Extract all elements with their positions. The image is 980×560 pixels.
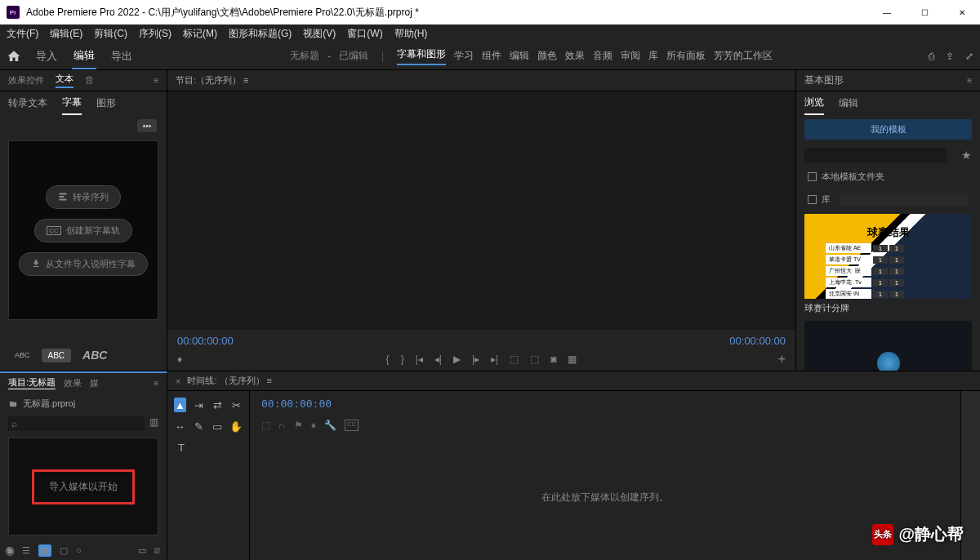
- library-select[interactable]: [840, 193, 969, 206]
- cc-badge-icon[interactable]: CC: [345, 420, 359, 431]
- menu-edit[interactable]: 编辑(E): [50, 27, 82, 41]
- menu-view[interactable]: 视图(V): [303, 27, 336, 41]
- template-item[interactable]: 山东省能 AE11 草港卡盟 TV11 广州恒大 联11 上海申花 Tv11 北…: [804, 214, 972, 314]
- close-button[interactable]: ✕: [951, 8, 973, 17]
- tab-effects[interactable]: 效果: [64, 377, 82, 389]
- panel-menu-icon[interactable]: ≡: [154, 379, 158, 388]
- menu-clip[interactable]: 剪辑(C): [94, 27, 127, 41]
- new-bin-icon[interactable]: ▭: [138, 545, 146, 556]
- tab-text[interactable]: 文本: [56, 73, 74, 88]
- workspace-libraries[interactable]: 库: [648, 49, 658, 63]
- razor-tool[interactable]: ✂: [230, 398, 243, 412]
- my-templates-button[interactable]: 我的模板: [804, 119, 972, 140]
- transcribe-sequence-button[interactable]: 转录序列: [46, 185, 121, 209]
- extract-button[interactable]: ⬚: [530, 353, 539, 365]
- workspace-editing[interactable]: 编辑: [510, 49, 529, 63]
- settings-icon[interactable]: ♦: [311, 420, 316, 431]
- selection-tool[interactable]: ▲: [174, 398, 186, 412]
- timeline-timecode[interactable]: 00:00:00:00: [250, 391, 960, 416]
- abc-style-2[interactable]: ABC: [42, 349, 72, 362]
- export-frame-button[interactable]: ◙: [550, 353, 556, 365]
- more-options-button[interactable]: •••: [137, 119, 157, 132]
- libraries-checkbox[interactable]: [808, 195, 817, 204]
- tab-audio-short[interactable]: 音: [85, 74, 94, 87]
- timecode-out[interactable]: 00:00:00:00: [729, 335, 786, 347]
- tab-browse[interactable]: 浏览: [804, 91, 824, 115]
- workspace-review[interactable]: 审阅: [621, 49, 640, 63]
- tab-edit-graphics[interactable]: 编辑: [839, 92, 858, 114]
- mark-in-button[interactable]: {: [386, 353, 390, 365]
- list-view-icon[interactable]: ☰: [22, 545, 30, 556]
- marker-icon[interactable]: ♦: [177, 353, 182, 365]
- button-editor[interactable]: +: [778, 352, 786, 367]
- creative-cloud-icon[interactable]: ◉: [5, 544, 15, 557]
- favorites-icon[interactable]: ★: [961, 149, 972, 162]
- workspace-all-panels[interactable]: 所有面板: [666, 49, 706, 63]
- step-forward-button[interactable]: |▸: [472, 353, 479, 365]
- timecode-in[interactable]: 00:00:00:00: [177, 335, 234, 347]
- snap-icon[interactable]: ⬚: [261, 420, 270, 431]
- workspace-color[interactable]: 颜色: [537, 49, 557, 63]
- panel-menu-icon[interactable]: ≡: [154, 76, 158, 85]
- zoom-slider-icon[interactable]: ○: [76, 545, 82, 555]
- mark-out-button[interactable]: }: [401, 353, 404, 365]
- lift-button[interactable]: ⬚: [510, 353, 519, 365]
- workspace-captions-graphics[interactable]: 字幕和图形: [397, 47, 446, 65]
- media-bin[interactable]: 导入媒体以开始: [8, 438, 158, 536]
- program-viewport[interactable]: [167, 91, 795, 330]
- tab-export[interactable]: 导出: [109, 44, 134, 69]
- quick-export-icon[interactable]: ⎙: [929, 51, 934, 62]
- wrench-icon[interactable]: 🔧: [324, 420, 336, 431]
- import-caption-file-button[interactable]: 从文件导入说明性字幕: [19, 252, 148, 276]
- go-to-out-button[interactable]: ▸|: [491, 353, 498, 365]
- workspace-effects[interactable]: 效果: [565, 49, 585, 63]
- menu-graphics[interactable]: 图形和标题(G): [229, 27, 292, 41]
- play-button[interactable]: ▶: [453, 353, 461, 365]
- abc-style-3[interactable]: ABC: [76, 346, 114, 364]
- freeform-view-icon[interactable]: ▢: [60, 545, 68, 556]
- timeline-drop-zone[interactable]: 在此处放下媒体以创建序列。: [250, 434, 960, 560]
- template-search-input[interactable]: [804, 148, 947, 162]
- search-options-icon[interactable]: ▥: [149, 416, 158, 431]
- fullscreen-icon[interactable]: ⤢: [965, 51, 973, 62]
- icon-view-icon[interactable]: ▦: [38, 544, 51, 557]
- tab-edit[interactable]: 编辑: [72, 43, 96, 69]
- tab-effect-controls[interactable]: 效果控件: [8, 74, 44, 87]
- rectangle-tool[interactable]: ▭: [211, 419, 223, 433]
- workspace-audio[interactable]: 音频: [593, 49, 612, 63]
- menu-sequence[interactable]: 序列(S): [139, 27, 172, 41]
- workspace-learn[interactable]: 学习: [454, 49, 474, 63]
- delete-icon[interactable]: ⎚: [154, 545, 160, 555]
- type-tool[interactable]: T: [174, 440, 189, 455]
- workspace-custom[interactable]: 芳芳的工作区: [714, 49, 773, 63]
- menu-help[interactable]: 帮助(H): [394, 27, 428, 41]
- comparison-button[interactable]: ▦: [568, 353, 577, 365]
- maximize-button[interactable]: ☐: [913, 8, 936, 17]
- home-icon[interactable]: [7, 49, 21, 64]
- abc-style-1[interactable]: ABC: [8, 349, 37, 362]
- subtab-graphics[interactable]: 图形: [96, 92, 116, 114]
- project-search-input[interactable]: [8, 416, 145, 431]
- tab-media-short[interactable]: 媒: [90, 377, 99, 389]
- hand-tool[interactable]: ✋: [229, 419, 243, 433]
- template-item[interactable]: 传统徽标出品: [804, 321, 972, 371]
- pen-tool[interactable]: ✎: [193, 419, 205, 433]
- subtab-transcript[interactable]: 转录文本: [8, 92, 47, 114]
- step-back-button[interactable]: ◂|: [434, 353, 442, 365]
- close-panel-icon[interactable]: ×: [176, 376, 180, 386]
- panel-menu-icon[interactable]: ≡: [967, 76, 972, 85]
- share-icon[interactable]: ⇪: [946, 51, 954, 62]
- slip-tool[interactable]: ↔: [174, 419, 186, 433]
- menu-file[interactable]: 文件(F): [7, 27, 38, 41]
- marker-add-icon[interactable]: ⚑: [294, 420, 303, 431]
- tab-project[interactable]: 项目:无标题: [8, 376, 56, 389]
- track-select-tool[interactable]: ⇥: [193, 398, 205, 412]
- linked-selection-icon[interactable]: ∩: [278, 420, 286, 431]
- minimize-button[interactable]: —: [875, 8, 898, 17]
- workspace-assembly[interactable]: 组件: [482, 49, 501, 63]
- go-to-in-button[interactable]: |◂: [416, 353, 423, 365]
- tab-import[interactable]: 导入: [34, 44, 59, 69]
- local-templates-checkbox[interactable]: [808, 172, 817, 181]
- ripple-edit-tool[interactable]: ⇄: [212, 398, 224, 412]
- subtab-captions[interactable]: 字幕: [62, 91, 82, 115]
